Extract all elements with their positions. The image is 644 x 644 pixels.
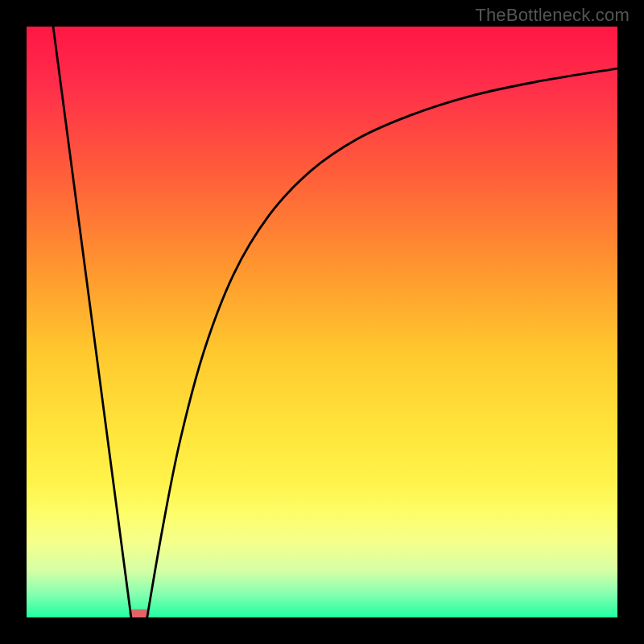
watermark-text: TheBottleneck.com [475,5,630,26]
chart-frame: TheBottleneck.com [0,0,644,644]
curve-overlay [27,27,617,617]
right-rise-curve [147,68,617,617]
left-decline-line [53,27,131,617]
plot-area [27,27,617,617]
